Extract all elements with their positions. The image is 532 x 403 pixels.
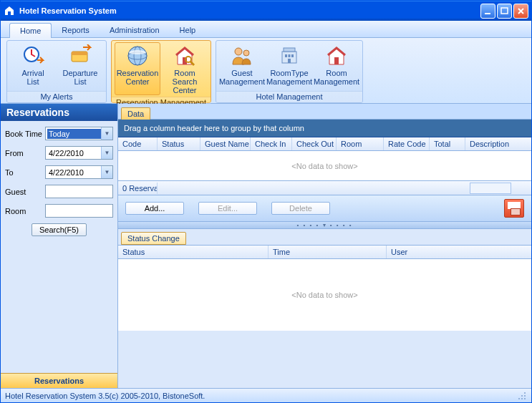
svg-point-11 — [235, 48, 242, 55]
col-status[interactable]: Status — [158, 137, 200, 150]
ribbon-label: Center — [125, 77, 149, 86]
ribbon-reservation-center[interactable]: ReservationCenter — [115, 42, 160, 95]
label-guest: Guest — [5, 188, 45, 196]
svg-rect-0 — [485, 13, 490, 14]
ribbon-guest-management[interactable]: GuestManagement — [219, 42, 265, 89]
svg-rect-15 — [285, 54, 287, 57]
ribbon-group-label: Hotel Management — [216, 91, 362, 102]
statusbar-text: Hotel Reservation System 3.5(c) 2005-201… — [5, 392, 517, 400]
tab-status-change[interactable]: Status Change — [121, 232, 186, 245]
svg-rect-25 — [518, 398, 520, 399]
ribbon-group-label: My Alerts — [7, 91, 106, 102]
ribbon-departure-list[interactable]: DepartureList — [57, 42, 103, 89]
col-description[interactable]: Description — [465, 137, 531, 150]
ribbon-room-management[interactable]: RoomManagement — [314, 42, 359, 89]
booktime-value: Today — [47, 129, 101, 139]
from-date-select[interactable]: 4/22/2010 ▼ — [45, 146, 113, 160]
departure-icon — [69, 44, 92, 67]
col-room[interactable]: Room — [337, 137, 384, 150]
group-by-bar[interactable]: Drag a column header here to group by th… — [118, 120, 531, 137]
label-booktime: Book Time — [5, 130, 45, 138]
footer-total-box — [470, 183, 511, 194]
to-date-select[interactable]: 4/22/2010 ▼ — [45, 165, 113, 179]
ribbon-arrival-list[interactable]: ArrivalList — [10, 42, 56, 89]
delete-button[interactable]: Delete — [271, 202, 330, 215]
svg-rect-21 — [524, 395, 526, 397]
svg-rect-22 — [521, 395, 523, 397]
edit-button[interactable]: Edit... — [198, 202, 257, 215]
room-input-wrap — [45, 204, 113, 218]
guest-input[interactable] — [46, 185, 112, 198]
ribbon-label: List — [26, 77, 39, 86]
ribbon: ArrivalList DepartureList My Alerts Rese… — [1, 38, 531, 104]
room-input[interactable] — [46, 205, 112, 217]
ribbon-label: Room — [326, 69, 347, 77]
svg-point-5 — [128, 47, 147, 65]
col-total[interactable]: Total — [430, 137, 465, 150]
ribbon-label: List — [74, 77, 86, 86]
col2-user[interactable]: User — [387, 246, 531, 258]
svg-rect-17 — [291, 54, 294, 57]
col-check-out[interactable]: Check Out — [292, 137, 337, 150]
svg-rect-24 — [521, 398, 523, 399]
tab-data[interactable]: Data — [121, 107, 150, 120]
arrival-icon — [21, 44, 44, 67]
svg-rect-14 — [284, 48, 295, 52]
guest-icon — [231, 44, 253, 67]
ribbon-label: Management — [314, 77, 359, 86]
maximize-button[interactable] — [497, 4, 512, 19]
add-button[interactable]: Add... — [125, 202, 184, 215]
resize-grip-icon[interactable] — [517, 391, 527, 401]
svg-point-8 — [129, 50, 146, 54]
footer-count: 0 Reservat — [118, 183, 158, 194]
ribbon-label: Guest — [231, 69, 252, 77]
action-bar: Add... Edit... Delete — [118, 195, 531, 222]
menu-tab-home[interactable]: Home — [9, 23, 52, 38]
label-from: From — [5, 149, 45, 157]
col-rate-code[interactable]: Rate Code — [384, 137, 430, 150]
tabstrip-bottom: Status Change — [118, 229, 531, 245]
roomtype-icon — [278, 44, 301, 67]
search-form: Book Time Today ▼ From 4/22/2010 ▼ To — [1, 121, 117, 373]
col2-time[interactable]: Time — [269, 246, 387, 258]
sidebar: Reservations Book Time Today ▼ From 4/22… — [1, 104, 118, 388]
splitter[interactable]: • • • • ▾ • • • • — [118, 222, 531, 229]
col-check-in[interactable]: Check In — [251, 137, 292, 150]
menu-tab-help[interactable]: Help — [170, 23, 206, 37]
ribbon-label: Room Search — [173, 69, 198, 86]
grid-body-empty: <No data to show> — [118, 151, 531, 181]
dropdown-arrow-icon: ▼ — [101, 166, 112, 178]
save-icon[interactable] — [504, 199, 524, 218]
svg-rect-23 — [524, 398, 526, 399]
label-room: Room — [5, 207, 45, 215]
app-icon — [4, 5, 15, 16]
menu-tab-reports[interactable]: Reports — [52, 23, 100, 37]
col-code[interactable]: Code — [118, 137, 158, 150]
statusbar: Hotel Reservation System 3.5(c) 2005-201… — [1, 388, 531, 402]
search-button[interactable]: Search(F5) — [32, 223, 87, 236]
ribbon-label: Departure — [63, 69, 98, 77]
grid-header: Code Status Guest Name Check In Check Ou… — [118, 137, 531, 151]
minimize-button[interactable] — [480, 4, 495, 19]
menu-tab-administration[interactable]: Administration — [100, 23, 170, 37]
sidebar-footer[interactable]: Reservations — [1, 373, 117, 388]
menubar: Home Reports Administration Help — [1, 21, 531, 38]
ribbon-room-search-center[interactable]: Room SearchCenter — [162, 42, 208, 95]
col2-status[interactable]: Status — [118, 246, 269, 258]
tabstrip-top: Data — [118, 104, 531, 120]
room-search-icon — [173, 44, 196, 67]
svg-rect-4 — [72, 52, 87, 55]
grid2-header: Status Time User — [118, 245, 531, 259]
ribbon-roomtype-management[interactable]: RoomTypeManagement — [266, 42, 312, 89]
titlebar: Hotel Reservation System — [1, 1, 531, 21]
svg-rect-16 — [289, 54, 291, 57]
ribbon-label: RoomType — [270, 69, 308, 77]
main-panel: Data Drag a column header here to group … — [118, 104, 531, 388]
ribbon-label: Arrival — [21, 69, 44, 77]
col-guest-name[interactable]: Guest Name — [200, 137, 251, 150]
window-title: Hotel Reservation System — [19, 6, 480, 15]
booktime-select[interactable]: Today ▼ — [45, 127, 113, 140]
close-button[interactable] — [513, 4, 528, 19]
sidebar-header: Reservations — [1, 104, 117, 121]
ribbon-label: Management — [266, 77, 312, 86]
